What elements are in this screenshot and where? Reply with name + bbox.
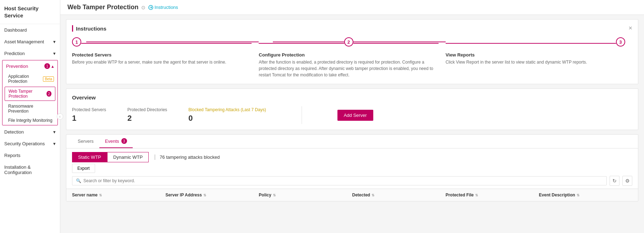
main-content: Web Tamper Protection ⊙ Instructions Ins… [60,0,644,233]
sidebar-logo: Host Security Service [0,0,60,24]
stat-protected-servers: Protected Servers 1 [72,107,106,123]
step-2: 2 Configure Protection After the functio… [259,37,445,78]
overview-divider [302,106,302,124]
sidebar-item-reports[interactable]: Reports [0,150,60,161]
col-protected-file: Protected File ⇅ [446,193,539,197]
chevron-down-icon: ▾ [53,129,56,135]
sidebar-item-asset-management[interactable]: Asset Management ▾ [0,36,60,48]
sidebar-item-prevention[interactable]: Prevention 1 ▴ [2,60,57,72]
sidebar-item-ransomware[interactable]: Ransomware Prevention [2,102,57,116]
stat-protected-dirs-value: 2 [127,114,167,123]
beta-badge: Beta [43,76,54,82]
col-server-ip: Server IP Address ⇅ [165,193,259,197]
header: Web Tamper Protection ⊙ Instructions [60,0,644,15]
col-policy: Policy ⇅ [259,193,352,197]
step-3: 3 View Reports Click View Report in the … [446,37,632,78]
attacks-info: 76 tampering attacks blocked [154,155,220,160]
step-1-title: Protected Servers [72,52,252,58]
link-icon [148,5,153,10]
search-input[interactable] [83,178,603,183]
servers-events-panel: Servers Events 3 Static WTP Dynamic WTP … [66,134,638,201]
steps-container: 1 Protected Servers Before you enable WT… [72,37,632,78]
step-3-desc: Click View Report in the server list to … [446,59,625,65]
settings-button[interactable]: ⚙ [622,176,632,186]
prevention-badge: 1 [44,63,50,69]
col-event-description: Event Description ⇅ [539,193,632,197]
sort-icon-server-ip[interactable]: ⇅ [203,193,206,197]
stat-blocked-attacks-value: 0 [188,114,266,123]
step-3-title: View Reports [446,52,625,58]
sidebar-item-security-operations[interactable]: Security Operations ▾ [0,138,60,150]
sidebar-section-prevention: Prevention 1 ▴ Application Protection Be… [2,60,58,125]
instructions-panel: Instructions × 1 Protected Servers Befor… [66,19,638,84]
chevron-down-icon: ▾ [53,141,56,146]
sidebar-item-app-protection[interactable]: Application Protection Beta [2,72,57,86]
stat-protected-servers-label: Protected Servers [72,107,106,112]
step-1: 1 Protected Servers Before you enable WT… [72,37,259,78]
step-2-title: Configure Protection [259,52,438,58]
export-button[interactable]: Export [72,164,95,173]
chevron-down-icon: ▾ [53,39,56,44]
sidebar-item-prediction[interactable]: Prediction ▾ [0,48,60,59]
sort-icon-protected-file[interactable]: ⇅ [475,193,478,197]
col-detected: Detected ⇅ [352,193,445,197]
overview-title: Overview [72,94,632,101]
instructions-heading: Instructions [72,25,632,32]
tabs-row: Servers Events 3 [66,135,638,148]
step-1-circle: 1 [72,37,81,47]
stat-protected-dirs: Protected Directories 2 [127,107,167,123]
sidebar-item-detection[interactable]: Detection ▾ [0,126,60,138]
stat-protected-dirs-label: Protected Directories [127,107,167,112]
search-row: 🔍 ↻ ⚙ [66,176,638,186]
step-3-circle: 3 [616,37,625,47]
search-input-wrap: 🔍 [72,176,607,185]
sort-icon-server-name[interactable]: ⇅ [99,193,102,197]
refresh-button[interactable]: ↻ [610,176,620,186]
chevron-up-icon: ▴ [51,64,54,69]
close-instructions-btn[interactable]: × [628,25,632,32]
content-area: Instructions × 1 Protected Servers Befor… [60,15,644,233]
sidebar-item-dashboard[interactable]: Dashboard [0,24,60,36]
wtp-badge: 2 [46,91,51,97]
help-icon[interactable]: ⊙ [141,5,145,10]
wtp-buttons: Static WTP Dynamic WTP [72,152,149,162]
overview-panel: Overview Protected Servers 1 Protected D… [66,88,638,130]
sort-icon-detected[interactable]: ⇅ [371,193,374,197]
stat-protected-servers-value: 1 [72,114,106,123]
sidebar-item-installation[interactable]: Installation & Configuration [0,161,60,178]
export-row: Export [66,164,638,176]
tab-events[interactable]: Events 3 [99,135,133,148]
tab-servers[interactable]: Servers [72,135,99,148]
events-tab-badge: 3 [121,138,127,144]
sidebar-item-file-integrity[interactable]: File Integrity Monitoring [2,116,57,125]
stat-blocked-attacks-label: Blocked Tampering Attacks (Last 7 Days) [188,107,266,112]
table-header: Server name ⇅ Server IP Address ⇅ Policy… [66,189,638,201]
col-server-name: Server name ⇅ [72,193,165,197]
step-2-desc: After the function is enabled, a protect… [259,59,438,78]
page-title: Web Tamper Protection [67,4,138,11]
step-1-desc: Before you enable WTP for a server, make… [72,59,252,65]
static-wtp-button[interactable]: Static WTP [72,152,107,162]
chevron-down-icon: ▾ [53,51,56,56]
instructions-link[interactable]: Instructions [148,5,178,10]
overview-stats: Protected Servers 1 Protected Directorie… [72,106,632,124]
search-icon: 🔍 [76,178,81,183]
sort-icon-policy[interactable]: ⇅ [273,193,276,197]
step-2-circle: 2 [344,37,353,47]
sidebar-item-wtp[interactable]: Web Tamper Protection 2 [5,87,55,101]
sidebar: Host Security Service Dashboard Asset Ma… [0,0,60,233]
sort-icon-event-desc[interactable]: ⇅ [577,193,579,197]
dynamic-wtp-button[interactable]: Dynamic WTP [107,152,149,162]
stat-blocked-attacks: Blocked Tampering Attacks (Last 7 Days) … [188,107,266,123]
add-server-button[interactable]: Add Server [337,110,373,121]
